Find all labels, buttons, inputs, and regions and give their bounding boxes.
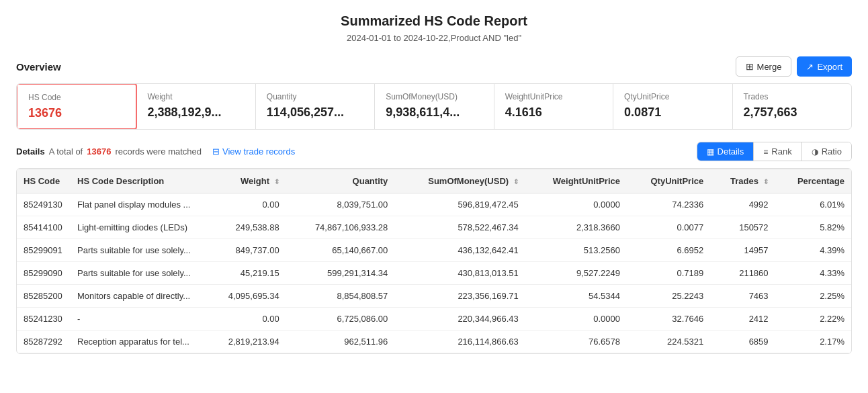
cell-sumofmoney: 430,813,013.51 <box>394 262 525 285</box>
cell-hscode: 85299091 <box>17 239 71 262</box>
cell-hscode: 85414100 <box>17 216 71 239</box>
cell-hscode: 85287292 <box>17 331 71 353</box>
view-trade-records-link[interactable]: ⊟ View trade records <box>212 146 295 157</box>
details-prefix: A total of <box>49 146 83 157</box>
cell-trades: 6859 <box>710 331 775 353</box>
cell-qtyunitprice: 25.2243 <box>627 285 710 308</box>
table-row: 85414100 Light-emitting diodes (LEDs) 24… <box>17 216 851 239</box>
data-table-container: HS Code HS Code Description Weight ⇕ Qua… <box>16 168 852 354</box>
col-header-quantity: Quantity <box>286 169 395 193</box>
cell-percentage: 4.33% <box>775 262 851 285</box>
cell-description: Reception apparatus for tel... <box>71 331 205 353</box>
cell-description: - <box>71 308 205 331</box>
sort-icon-trades: ⇕ <box>763 178 769 185</box>
details-suffix: records were matched <box>115 146 202 157</box>
summary-card-trades: Trades 2,757,663 <box>733 84 851 129</box>
cell-quantity: 962,511.96 <box>286 331 395 353</box>
cell-trades: 150572 <box>710 216 775 239</box>
col-header-weight[interactable]: Weight ⇕ <box>205 169 286 193</box>
page-subtitle: 2024-01-01 to 2024-10-22,Product AND "le… <box>16 33 852 43</box>
col-header-trades[interactable]: Trades ⇕ <box>710 169 775 193</box>
cell-quantity: 8,039,751.00 <box>286 193 395 216</box>
cell-hscode: 85241230 <box>17 308 71 331</box>
table-header-row: HS Code HS Code Description Weight ⇕ Qua… <box>17 169 851 193</box>
cell-weightunitprice: 76.6578 <box>525 331 627 353</box>
cell-sumofmoney: 216,114,866.63 <box>394 331 525 353</box>
cell-qtyunitprice: 0.7189 <box>627 262 710 285</box>
merge-button[interactable]: ⊞ Merge <box>736 56 792 77</box>
summary-card-quantity: Quantity 114,056,257... <box>256 84 375 129</box>
page-title: Summarized HS Code Report <box>16 13 852 29</box>
cell-trades: 14957 <box>710 239 775 262</box>
col-header-hscode: HS Code <box>17 169 71 193</box>
cell-qtyunitprice: 0.0077 <box>627 216 710 239</box>
cell-description: Light-emitting diodes (LEDs) <box>71 216 205 239</box>
details-count: 13676 <box>87 146 111 157</box>
cell-description: Monitors capable of directly... <box>71 285 205 308</box>
cell-percentage: 5.82% <box>775 216 851 239</box>
cell-qtyunitprice: 32.7646 <box>627 308 710 331</box>
cell-sumofmoney: 578,522,467.34 <box>394 216 525 239</box>
table-row: 85299090 Parts suitable for use solely..… <box>17 262 851 285</box>
cell-weight: 45,219.15 <box>205 262 286 285</box>
cell-hscode: 85299090 <box>17 262 71 285</box>
cell-sumofmoney: 596,819,472.45 <box>394 193 525 216</box>
cell-trades: 211860 <box>710 262 775 285</box>
table-row: 85287292 Reception apparatus for tel... … <box>17 331 851 353</box>
cell-trades: 4992 <box>710 193 775 216</box>
cell-sumofmoney: 223,356,169.71 <box>394 285 525 308</box>
cell-percentage: 6.01% <box>775 193 851 216</box>
cell-description: Parts suitable for use solely... <box>71 262 205 285</box>
col-header-weightunitprice: WeightUnitPrice <box>525 169 627 193</box>
cell-sumofmoney: 220,344,966.43 <box>394 308 525 331</box>
col-header-qtyunitprice: QtyUnitPrice <box>627 169 710 193</box>
sort-icon-sumofmoney: ⇕ <box>513 178 519 185</box>
cell-percentage: 4.39% <box>775 239 851 262</box>
col-header-sumofmoney[interactable]: SumOfMoney(USD) ⇕ <box>394 169 525 193</box>
cell-hscode: 85249130 <box>17 193 71 216</box>
merge-icon: ⊞ <box>746 61 754 72</box>
cell-quantity: 8,854,808.57 <box>286 285 395 308</box>
cell-quantity: 65,140,667.00 <box>286 239 395 262</box>
sort-icon-weight: ⇕ <box>274 178 279 185</box>
summary-card-hscode: HS Code 13676 <box>16 83 137 130</box>
export-icon: ↗ <box>806 62 814 72</box>
table-row: 85299091 Parts suitable for use solely..… <box>17 239 851 262</box>
summary-card-sumofmoney: SumOfMoney(USD) 9,938,611,4... <box>375 84 494 129</box>
cell-weightunitprice: 513.2560 <box>525 239 627 262</box>
cell-weightunitprice: 0.0000 <box>525 308 627 331</box>
cell-percentage: 2.22% <box>775 308 851 331</box>
details-tab-icon: ▦ <box>707 147 714 157</box>
cell-weightunitprice: 0.0000 <box>525 193 627 216</box>
table-row: 85249130 Flat panel display modules ... … <box>17 193 851 216</box>
table-row: 85241230 - 0.00 6,725,086.00 220,344,966… <box>17 308 851 331</box>
cell-trades: 7463 <box>710 285 775 308</box>
cell-weight: 4,095,695.34 <box>205 285 286 308</box>
cell-weight: 0.00 <box>205 308 286 331</box>
cell-weight: 249,538.88 <box>205 216 286 239</box>
table-icon: ⊟ <box>212 146 220 157</box>
export-button[interactable]: ↗ Export <box>797 56 852 77</box>
cell-weight: 849,737.00 <box>205 239 286 262</box>
cell-qtyunitprice: 224.5321 <box>627 331 710 353</box>
cell-quantity: 6,725,086.00 <box>286 308 395 331</box>
cell-weightunitprice: 9,527.2249 <box>525 262 627 285</box>
ratio-tab-icon: ◑ <box>812 147 818 157</box>
tab-details[interactable]: ▦ Details <box>697 142 754 161</box>
col-header-percentage: Percentage <box>775 169 851 193</box>
cell-description: Flat panel display modules ... <box>71 193 205 216</box>
cell-percentage: 2.17% <box>775 331 851 353</box>
tab-ratio[interactable]: ◑ Ratio <box>802 142 851 161</box>
col-header-description: HS Code Description <box>71 169 205 193</box>
tab-rank[interactable]: ≡ Rank <box>754 142 801 161</box>
summary-card-weightunitprice: WeightUnitPrice 4.1616 <box>494 84 613 129</box>
cell-trades: 2412 <box>710 308 775 331</box>
cell-weightunitprice: 54.5344 <box>525 285 627 308</box>
cell-weight: 2,819,213.94 <box>205 331 286 353</box>
overview-label: Overview <box>16 61 61 73</box>
summary-card-weight: Weight 2,388,192,9... <box>136 84 255 129</box>
table-row: 85285200 Monitors capable of directly...… <box>17 285 851 308</box>
cell-sumofmoney: 436,132,642.41 <box>394 239 525 262</box>
cell-percentage: 2.25% <box>775 285 851 308</box>
details-label: Details <box>16 146 45 157</box>
